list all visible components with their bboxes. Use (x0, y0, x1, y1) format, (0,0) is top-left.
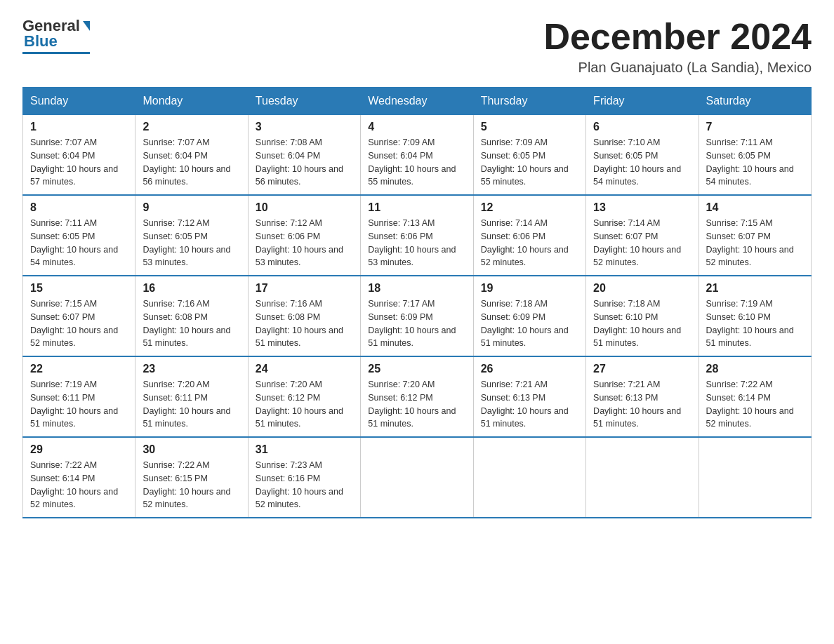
logo-triangle-icon (83, 21, 90, 31)
calendar-week-row: 8Sunrise: 7:11 AMSunset: 6:05 PMDaylight… (23, 195, 812, 276)
day-number: 9 (143, 201, 240, 214)
calendar-cell: 15Sunrise: 7:15 AMSunset: 6:07 PMDayligh… (23, 276, 135, 356)
day-number: 6 (593, 121, 691, 133)
calendar-week-row: 15Sunrise: 7:15 AMSunset: 6:07 PMDayligh… (23, 276, 812, 356)
calendar-cell: 27Sunrise: 7:21 AMSunset: 6:13 PMDayligh… (586, 356, 699, 437)
day-number: 21 (706, 282, 804, 295)
calendar-cell: 20Sunrise: 7:18 AMSunset: 6:10 PMDayligh… (586, 276, 699, 356)
calendar-cell: 11Sunrise: 7:13 AMSunset: 6:06 PMDayligh… (361, 195, 473, 276)
day-number: 20 (593, 282, 691, 295)
day-info: Sunrise: 7:18 AMSunset: 6:10 PMDaylight:… (593, 297, 691, 350)
weekday-header-saturday: Saturday (699, 88, 811, 115)
weekday-header-thursday: Thursday (473, 88, 585, 115)
logo: General Blue (22, 17, 90, 54)
calendar-cell: 13Sunrise: 7:14 AMSunset: 6:07 PMDayligh… (586, 195, 699, 276)
day-number: 31 (256, 443, 353, 456)
calendar-cell (473, 437, 585, 518)
day-info: Sunrise: 7:13 AMSunset: 6:06 PMDaylight:… (368, 217, 465, 269)
day-number: 1 (30, 121, 128, 133)
calendar-cell (361, 437, 473, 518)
day-info: Sunrise: 7:11 AMSunset: 6:05 PMDaylight:… (706, 136, 804, 189)
day-info: Sunrise: 7:07 AMSunset: 6:04 PMDaylight:… (30, 136, 128, 189)
calendar-cell: 7Sunrise: 7:11 AMSunset: 6:05 PMDaylight… (699, 115, 811, 196)
day-info: Sunrise: 7:21 AMSunset: 6:13 PMDaylight:… (593, 378, 691, 431)
calendar-cell: 18Sunrise: 7:17 AMSunset: 6:09 PMDayligh… (361, 276, 473, 356)
weekday-header-tuesday: Tuesday (248, 88, 360, 115)
day-number: 23 (143, 363, 240, 375)
title-block: December 2024 Plan Guanajuato (La Sandia… (543, 17, 812, 76)
calendar-cell: 25Sunrise: 7:20 AMSunset: 6:12 PMDayligh… (361, 356, 473, 437)
logo-underline (22, 52, 90, 54)
day-number: 16 (143, 282, 240, 295)
day-info: Sunrise: 7:22 AMSunset: 6:15 PMDaylight:… (143, 459, 240, 511)
day-number: 10 (256, 201, 353, 214)
calendar-cell (586, 437, 699, 518)
weekday-header-friday: Friday (586, 88, 699, 115)
day-info: Sunrise: 7:09 AMSunset: 6:04 PMDaylight:… (368, 136, 465, 189)
day-number: 5 (481, 121, 578, 133)
day-info: Sunrise: 7:10 AMSunset: 6:05 PMDaylight:… (593, 136, 691, 189)
calendar-cell: 1Sunrise: 7:07 AMSunset: 6:04 PMDaylight… (23, 115, 135, 196)
calendar-cell: 4Sunrise: 7:09 AMSunset: 6:04 PMDaylight… (361, 115, 473, 196)
calendar-cell: 23Sunrise: 7:20 AMSunset: 6:11 PMDayligh… (135, 356, 248, 437)
calendar-cell: 30Sunrise: 7:22 AMSunset: 6:15 PMDayligh… (135, 437, 248, 518)
weekday-header-sunday: Sunday (23, 88, 135, 115)
day-info: Sunrise: 7:19 AMSunset: 6:10 PMDaylight:… (706, 297, 804, 350)
day-number: 3 (256, 121, 353, 133)
day-number: 2 (143, 121, 240, 133)
day-number: 8 (30, 201, 128, 214)
calendar-cell: 29Sunrise: 7:22 AMSunset: 6:14 PMDayligh… (23, 437, 135, 518)
day-number: 19 (481, 282, 578, 295)
day-number: 26 (481, 363, 578, 375)
day-info: Sunrise: 7:22 AMSunset: 6:14 PMDaylight:… (30, 459, 128, 511)
day-number: 14 (706, 201, 804, 214)
calendar-cell: 26Sunrise: 7:21 AMSunset: 6:13 PMDayligh… (473, 356, 585, 437)
day-info: Sunrise: 7:12 AMSunset: 6:06 PMDaylight:… (256, 217, 353, 269)
day-info: Sunrise: 7:23 AMSunset: 6:16 PMDaylight:… (256, 459, 353, 511)
day-number: 7 (706, 121, 804, 133)
day-number: 22 (30, 363, 128, 375)
day-info: Sunrise: 7:20 AMSunset: 6:12 PMDaylight:… (368, 378, 465, 431)
calendar-cell: 19Sunrise: 7:18 AMSunset: 6:09 PMDayligh… (473, 276, 585, 356)
day-info: Sunrise: 7:08 AMSunset: 6:04 PMDaylight:… (256, 136, 353, 189)
calendar-cell: 5Sunrise: 7:09 AMSunset: 6:05 PMDaylight… (473, 115, 585, 196)
weekday-header-monday: Monday (135, 88, 248, 115)
day-number: 29 (30, 443, 128, 456)
calendar-cell: 3Sunrise: 7:08 AMSunset: 6:04 PMDaylight… (248, 115, 360, 196)
day-number: 13 (593, 201, 691, 214)
day-info: Sunrise: 7:12 AMSunset: 6:05 PMDaylight:… (143, 217, 240, 269)
calendar-cell: 6Sunrise: 7:10 AMSunset: 6:05 PMDaylight… (586, 115, 699, 196)
calendar-cell: 28Sunrise: 7:22 AMSunset: 6:14 PMDayligh… (699, 356, 811, 437)
day-info: Sunrise: 7:09 AMSunset: 6:05 PMDaylight:… (481, 136, 578, 189)
day-info: Sunrise: 7:16 AMSunset: 6:08 PMDaylight:… (143, 297, 240, 350)
day-number: 24 (256, 363, 353, 375)
day-info: Sunrise: 7:07 AMSunset: 6:04 PMDaylight:… (143, 136, 240, 189)
day-info: Sunrise: 7:15 AMSunset: 6:07 PMDaylight:… (706, 217, 804, 269)
calendar-cell: 14Sunrise: 7:15 AMSunset: 6:07 PMDayligh… (699, 195, 811, 276)
calendar-cell: 10Sunrise: 7:12 AMSunset: 6:06 PMDayligh… (248, 195, 360, 276)
day-info: Sunrise: 7:17 AMSunset: 6:09 PMDaylight:… (368, 297, 465, 350)
day-info: Sunrise: 7:18 AMSunset: 6:09 PMDaylight:… (481, 297, 578, 350)
day-number: 11 (368, 201, 465, 214)
day-info: Sunrise: 7:14 AMSunset: 6:07 PMDaylight:… (593, 217, 691, 269)
calendar-week-row: 29Sunrise: 7:22 AMSunset: 6:14 PMDayligh… (23, 437, 812, 518)
day-number: 30 (143, 443, 240, 456)
calendar-week-row: 1Sunrise: 7:07 AMSunset: 6:04 PMDaylight… (23, 115, 812, 196)
day-info: Sunrise: 7:20 AMSunset: 6:12 PMDaylight:… (256, 378, 353, 431)
day-info: Sunrise: 7:11 AMSunset: 6:05 PMDaylight:… (30, 217, 128, 269)
calendar-cell: 21Sunrise: 7:19 AMSunset: 6:10 PMDayligh… (699, 276, 811, 356)
day-info: Sunrise: 7:22 AMSunset: 6:14 PMDaylight:… (706, 378, 804, 431)
calendar-cell (699, 437, 811, 518)
day-info: Sunrise: 7:15 AMSunset: 6:07 PMDaylight:… (30, 297, 128, 350)
calendar-cell: 12Sunrise: 7:14 AMSunset: 6:06 PMDayligh… (473, 195, 585, 276)
day-number: 12 (481, 201, 578, 214)
day-info: Sunrise: 7:16 AMSunset: 6:08 PMDaylight:… (256, 297, 353, 350)
calendar-week-row: 22Sunrise: 7:19 AMSunset: 6:11 PMDayligh… (23, 356, 812, 437)
calendar-cell: 31Sunrise: 7:23 AMSunset: 6:16 PMDayligh… (248, 437, 360, 518)
day-number: 15 (30, 282, 128, 295)
day-number: 18 (368, 282, 465, 295)
day-number: 28 (706, 363, 804, 375)
logo-blue-text: Blue (22, 32, 58, 51)
day-info: Sunrise: 7:19 AMSunset: 6:11 PMDaylight:… (30, 378, 128, 431)
day-number: 17 (256, 282, 353, 295)
